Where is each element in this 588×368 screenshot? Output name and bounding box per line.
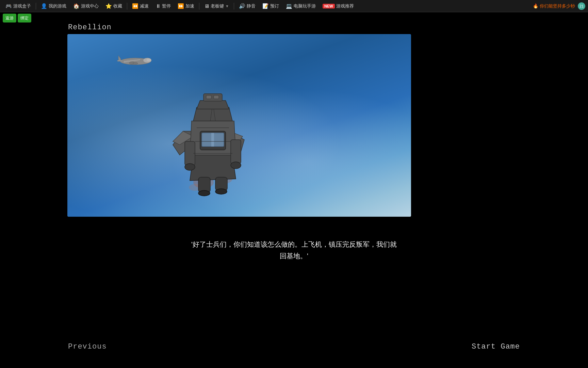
toolbar-mute[interactable]: 🔊 静音 — [236, 2, 258, 10]
toolbar-separator-2 — [127, 3, 127, 10]
toolbar-slow[interactable]: ⏪ 减速 — [129, 2, 151, 10]
pause-label: 暂停 — [162, 3, 171, 9]
reserve-label: 预订 — [270, 3, 279, 9]
new-games-label: 游戏推荐 — [336, 3, 354, 9]
svg-marker-21 — [197, 101, 229, 109]
toolbar-game-center[interactable]: 🏠 游戏中心 — [70, 2, 101, 10]
slow-icon: ⏪ — [132, 3, 138, 9]
fire-challenge[interactable]: 🔥 你们能坚持多少秒 — [533, 3, 575, 9]
my-games-label: 我的游戏 — [49, 3, 66, 9]
green-buttons-area: 返游 绑定 — [3, 14, 31, 22]
brand-label: 游戏盒子 — [13, 3, 31, 9]
game-viewport — [67, 34, 411, 217]
pc-play-label: 电脑玩手游 — [294, 3, 316, 9]
boss-label: 老板键 — [211, 3, 224, 9]
svg-marker-15 — [190, 155, 236, 181]
fast-label: 加速 — [185, 3, 194, 9]
toolbar-fast[interactable]: ⏩ 加速 — [175, 2, 197, 10]
svg-marker-17 — [193, 107, 232, 121]
svg-point-28 — [231, 162, 241, 169]
toolbar: 🎮 游戏盒子 👤 我的游戏 🏠 游戏中心 ⭐ 收藏 ⏪ 减速 ⏸ 暂停 ⏩ 加速… — [0, 0, 588, 12]
toolbar-pc-play[interactable]: 💻 电脑玩手游 — [283, 2, 318, 10]
mute-label: 静音 — [247, 3, 256, 9]
toolbar-separator-3 — [199, 3, 199, 10]
pause-icon: ⏸ — [156, 3, 161, 9]
fire-text: 你们能坚持多少秒 — [540, 3, 575, 9]
my-games-icon: 👤 — [41, 3, 47, 9]
bind-button[interactable]: 绑定 — [18, 14, 31, 22]
svg-point-5 — [146, 58, 151, 62]
svg-rect-27 — [231, 140, 241, 164]
subtitle-area: '好了士兵们，你们知道该怎么做的。上飞机，镇压完反叛军，我们就 回基地。' — [0, 239, 588, 262]
main-mech — [169, 87, 258, 199]
toolbar-boss[interactable]: 🖥 老板键 ▼ — [201, 2, 232, 10]
favorites-icon: ⭐ — [105, 3, 112, 9]
subtitle-line1: '好了士兵们，你们知道该怎么做的。上飞机，镇压完反叛军，我们就 — [0, 239, 588, 250]
return-game-button[interactable]: 返游 — [3, 14, 16, 22]
svg-point-31 — [198, 190, 210, 196]
game-center-icon: 🏠 — [73, 3, 80, 9]
user-avatar[interactable]: 21 — [578, 2, 585, 10]
toolbar-separator-4 — [234, 3, 234, 10]
game-title: Rebellion — [68, 23, 112, 32]
toolbar-new-games[interactable]: NEW 游戏推荐 — [320, 2, 357, 10]
toolbar-reserve[interactable]: 📝 预订 — [260, 2, 282, 10]
svg-point-32 — [215, 189, 227, 194]
subtitle-line2: 回基地。' — [0, 250, 588, 262]
pc-play-icon: 💻 — [286, 3, 292, 9]
fire-icon: 🔥 — [533, 3, 538, 9]
toolbar-favorites[interactable]: ⭐ 收藏 — [103, 2, 125, 10]
toolbar-my-games[interactable]: 👤 我的游戏 — [38, 2, 69, 10]
toolbar-brand[interactable]: 🎮 游戏盒子 — [3, 2, 34, 10]
svg-point-26 — [185, 164, 195, 170]
game-center-label: 游戏中心 — [81, 3, 99, 9]
reserve-icon: 📝 — [262, 3, 269, 9]
svg-rect-23 — [206, 95, 211, 99]
svg-point-7 — [133, 62, 138, 64]
nav-buttons: Previous Start Game — [0, 342, 588, 351]
small-plane — [113, 49, 158, 70]
svg-marker-3 — [117, 60, 123, 61]
start-game-button[interactable]: Start Game — [472, 342, 520, 351]
previous-button[interactable]: Previous — [68, 342, 107, 351]
toolbar-pause[interactable]: ⏸ 暂停 — [153, 2, 174, 10]
boss-icon: 🖥 — [204, 3, 209, 9]
favorites-label: 收藏 — [113, 3, 122, 9]
mute-icon: 🔊 — [239, 3, 245, 9]
avatar-num: 21 — [579, 4, 584, 8]
svg-rect-29 — [198, 177, 210, 193]
brand-icon: 🎮 — [5, 3, 12, 9]
toolbar-separator-1 — [36, 3, 36, 10]
toolbar-right: 🔥 你们能坚持多少秒 21 — [533, 2, 585, 10]
svg-rect-20 — [211, 133, 214, 147]
new-badge: NEW — [323, 4, 335, 9]
svg-rect-24 — [214, 95, 219, 99]
fast-icon: ⏩ — [178, 3, 184, 9]
slow-label: 减速 — [140, 3, 149, 9]
